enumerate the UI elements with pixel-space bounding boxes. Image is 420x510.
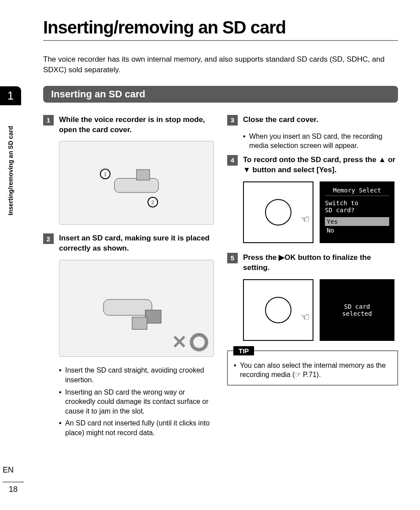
dpad-illustration: ☜ [243, 181, 313, 243]
intro-text: The voice recorder has its own internal … [22, 54, 398, 75]
dpad-illustration-ok: ☜ [243, 279, 313, 341]
section-heading: Inserting an SD card [43, 86, 398, 103]
up-arrow-icon [379, 155, 386, 164]
tip-box: TIP You can also select the internal mem… [227, 351, 398, 385]
step-number: 3 [227, 115, 238, 126]
step-3: 3 Close the card cover. [227, 115, 398, 126]
step-text: Insert an SD card, making sure it is pla… [59, 233, 214, 254]
lcd-title: Memory Select [325, 187, 389, 196]
step-number: 2 [43, 233, 54, 244]
o-icon [190, 333, 208, 351]
page-number: 18 [3, 482, 24, 494]
lcd-option-yes: Yes [325, 217, 389, 226]
illustration-insert-card: ✕ [59, 260, 214, 357]
title-underline [43, 40, 398, 41]
step-number: 5 [227, 253, 238, 263]
step-text: Close the card cover. [243, 115, 318, 126]
step-4: 4 To record onto the SD card, press the … [227, 155, 398, 175]
lcd-option-no: No [325, 226, 389, 235]
callout-1: 1 [100, 169, 111, 179]
language-label: EN [3, 466, 14, 475]
svg-rect-3 [145, 310, 161, 323]
reference-icon [295, 371, 301, 378]
right-column: 3 Close the card cover. When you insert … [227, 115, 398, 442]
lcd-memory-select: Memory Select Switch to SD card? Yes No [320, 181, 394, 243]
page-title: Inserting/removing an SD card [22, 18, 398, 37]
play-icon [279, 253, 284, 262]
step-text: To record onto the SD card, press the or… [243, 155, 398, 175]
step-3-notes: When you insert an SD card, the recordin… [243, 132, 398, 151]
svg-rect-2 [103, 299, 152, 315]
down-arrow-icon [243, 166, 251, 174]
left-column: 1 While the voice recorder is in stop mo… [43, 115, 214, 442]
pointing-hand-icon: ☜ [300, 311, 310, 323]
tip-text: You can also select the internal memory … [234, 361, 391, 380]
step-number: 1 [43, 115, 54, 126]
chapter-number-tab: 1 [0, 86, 21, 105]
pointing-hand-icon: ☜ [300, 213, 310, 225]
tip-label: TIP [233, 346, 254, 355]
step-5: 5 Press the OK button to finalize the se… [227, 253, 398, 273]
callout-2: 2 [147, 197, 158, 207]
list-item: Inserting an SD card the wrong way or cr… [59, 388, 214, 416]
side-section-label: Inserting/removing an SD card [0, 109, 21, 233]
list-item: When you insert an SD card, the recordin… [243, 132, 398, 151]
illustration-open-cover: 1 2 [59, 141, 214, 225]
list-item: An SD card not inserted fully (until it … [59, 418, 214, 437]
step-2-notes: Insert the SD card straight, avoiding cr… [59, 366, 214, 437]
step-text: While the voice recorder is in stop mode… [59, 115, 214, 135]
step-number: 4 [227, 155, 238, 166]
svg-rect-0 [114, 178, 158, 192]
list-item: Insert the SD card straight, avoiding cr… [59, 366, 214, 384]
step-text: Press the OK button to finalize the sett… [243, 253, 398, 273]
svg-rect-1 [136, 170, 150, 180]
lcd-sd-selected: SD card selected [320, 279, 394, 341]
svg-rect-4 [132, 317, 147, 329]
correct-incorrect-icons: ✕ [172, 331, 208, 353]
x-icon: ✕ [172, 331, 187, 353]
step-1: 1 While the voice recorder is in stop mo… [43, 115, 214, 135]
step-2: 2 Insert an SD card, making sure it is p… [43, 233, 214, 254]
